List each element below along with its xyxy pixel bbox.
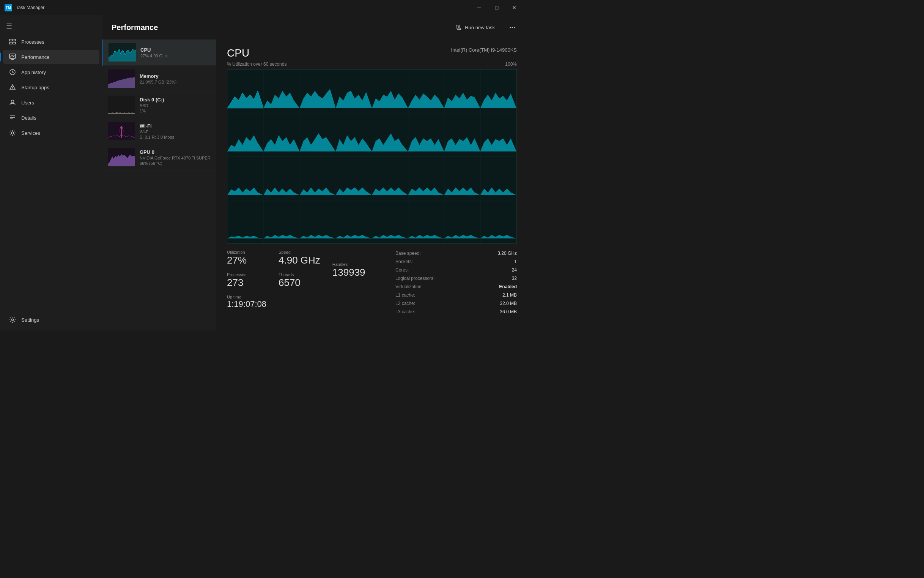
gpu-mini-chart xyxy=(108,148,135,166)
utilization-label: Utilization xyxy=(227,250,266,255)
more-button[interactable]: ··· xyxy=(506,21,518,33)
stat-handles: Handles 139939 xyxy=(332,262,366,278)
svg-rect-0 xyxy=(10,39,12,41)
svg-rect-24 xyxy=(108,96,135,114)
virtualization-label: Virtualization: xyxy=(395,284,423,289)
window-controls: ─ □ ✕ xyxy=(471,2,523,14)
spec-sockets: Sockets: 1 xyxy=(395,258,517,265)
svg-point-11 xyxy=(11,100,14,103)
top-bar: Performance Run new task ··· xyxy=(102,15,528,39)
svg-rect-2 xyxy=(10,42,12,44)
l3-cache-label: L3 cache: xyxy=(395,309,415,315)
close-button[interactable]: ✕ xyxy=(505,2,523,14)
detail-header: CPU Intel(R) Core(TM) i9-14900KS xyxy=(227,47,517,59)
sidebar-item-app-history[interactable]: App history xyxy=(3,65,99,80)
sidebar-item-performance[interactable]: Performance xyxy=(3,50,99,64)
stats-left: Utilization 27% Processes 273 Up time 1:… xyxy=(227,250,380,315)
wifi-sub2: S: 0.1 R: 3.0 Mbps xyxy=(140,135,210,140)
sidebar-item-settings[interactable]: Settings xyxy=(3,313,99,327)
virtualization-value: Enabled xyxy=(499,284,517,289)
sidebar: ☰ Processes Perform xyxy=(0,15,102,330)
sidebar-item-services[interactable]: Services xyxy=(3,126,99,140)
svg-rect-1 xyxy=(13,39,16,41)
device-list: CPU 27% 4.90 GHz Memory 21.9/95.7 G xyxy=(102,39,216,330)
utilization-value: 27% xyxy=(227,255,266,266)
l1-cache-value: 2.1 MB xyxy=(502,292,517,298)
main-content: ☰ Processes Perform xyxy=(0,15,528,330)
stats-area: Utilization 27% Processes 273 Up time 1:… xyxy=(227,250,517,315)
sidebar-label-startup-apps: Startup apps xyxy=(21,85,49,90)
gpu-sub2: 66% (56 °C) xyxy=(140,161,210,166)
chart-max-label: 100% xyxy=(505,62,517,67)
gpu-sub1: NVIDIA GeForce RTX 4070 Ti SUPER xyxy=(140,156,210,160)
spec-l3-cache: L3 cache: 36.0 MB xyxy=(395,308,517,315)
app-icon: TM xyxy=(5,4,12,11)
sidebar-label-details: Details xyxy=(21,115,36,121)
startup-apps-icon xyxy=(9,84,16,91)
services-icon xyxy=(9,130,16,136)
logical-processors-label: Logical processors: xyxy=(395,276,434,281)
chart-label: % Utilization over 60 seconds 100% xyxy=(227,62,517,67)
svg-rect-35 xyxy=(227,70,516,244)
gpu-info: GPU 0 NVIDIA GeForce RTX 4070 Ti SUPER 6… xyxy=(140,149,210,166)
svg-point-16 xyxy=(12,319,14,321)
memory-mini-chart xyxy=(108,70,135,88)
cpu-sub: 27% 4.90 GHz xyxy=(141,54,210,58)
sidebar-item-startup-apps[interactable]: Startup apps xyxy=(3,80,99,94)
device-item-wifi[interactable]: Wi-Fi Wi-Fi S: 0.1 R: 3.0 Mbps xyxy=(102,118,216,144)
sockets-label: Sockets: xyxy=(395,259,413,264)
stat-utilization: Utilization 27% xyxy=(227,250,266,266)
device-item-disk[interactable]: Disk 0 (C:) SSD 1% xyxy=(102,92,216,118)
processes-value: 273 xyxy=(227,277,266,289)
wifi-info: Wi-Fi Wi-Fi S: 0.1 R: 3.0 Mbps xyxy=(140,123,210,140)
run-new-task-label: Run new task xyxy=(465,25,495,30)
memory-info: Memory 21.9/95.7 GB (23%) xyxy=(140,73,210,84)
stat-uptime: Up time 1:19:07:08 xyxy=(227,295,266,309)
cpu-mini-chart xyxy=(108,43,136,62)
maximize-button[interactable]: □ xyxy=(488,2,505,14)
hamburger-button[interactable]: ☰ xyxy=(0,18,102,34)
disk-sub1: SSD xyxy=(140,103,210,108)
device-item-cpu[interactable]: CPU 27% 4.90 GHz xyxy=(102,39,216,66)
spec-cores: Cores: 24 xyxy=(395,266,517,273)
stat-processes: Processes 273 xyxy=(227,272,266,289)
spec-logical-processors: Logical processors: 32 xyxy=(395,275,517,282)
cores-label: Cores: xyxy=(395,267,409,273)
settings-icon xyxy=(9,317,16,323)
memory-sub: 21.9/95.7 GB (23%) xyxy=(140,80,210,84)
disk-mini-chart xyxy=(108,96,135,114)
spec-l1-cache: L1 cache: 2.1 MB xyxy=(395,292,517,299)
speed-label: Speed xyxy=(278,250,320,255)
logical-processors-value: 32 xyxy=(512,276,517,281)
handles-label: Handles xyxy=(332,262,366,266)
threads-label: Threads xyxy=(278,272,320,277)
disk-sub2: 1% xyxy=(140,109,210,113)
top-bar-actions: Run new task ··· xyxy=(450,21,518,33)
minimize-button[interactable]: ─ xyxy=(471,2,488,14)
device-item-memory[interactable]: Memory 21.9/95.7 GB (23%) xyxy=(102,66,216,92)
l2-cache-label: L2 cache: xyxy=(395,301,415,306)
spec-base-speed: Base speed: 3.20 GHz xyxy=(395,250,517,257)
l2-cache-value: 32.0 MB xyxy=(500,301,517,306)
run-task-icon xyxy=(456,24,462,30)
run-new-task-button[interactable]: Run new task xyxy=(450,22,500,32)
detail-subtitle: Intel(R) Core(TM) i9-14900KS xyxy=(451,47,517,53)
sidebar-item-processes[interactable]: Processes xyxy=(3,34,99,49)
device-item-gpu[interactable]: GPU 0 NVIDIA GeForce RTX 4070 Ti SUPER 6… xyxy=(102,144,216,170)
sidebar-label-app-history: App history xyxy=(21,70,46,75)
speed-value: 4.90 GHz xyxy=(278,255,320,266)
sidebar-item-users[interactable]: Users xyxy=(3,95,99,110)
sidebar-label-settings: Settings xyxy=(21,317,39,323)
wifi-name: Wi-Fi xyxy=(140,123,210,129)
performance-icon xyxy=(9,54,16,60)
svg-point-10 xyxy=(12,88,13,89)
stat-threads: Threads 6570 xyxy=(278,272,320,289)
base-speed-label: Base speed: xyxy=(395,251,421,256)
sidebar-label-services: Services xyxy=(21,130,40,136)
stat-speed: Speed 4.90 GHz xyxy=(278,250,320,266)
app-title: Task Manager xyxy=(16,5,471,10)
base-speed-value: 3.20 GHz xyxy=(497,251,517,256)
content-area: CPU 27% 4.90 GHz Memory 21.9/95.7 G xyxy=(102,39,528,330)
title-bar: TM Task Manager ─ □ ✕ xyxy=(0,0,528,15)
sidebar-item-details[interactable]: Details xyxy=(3,110,99,125)
